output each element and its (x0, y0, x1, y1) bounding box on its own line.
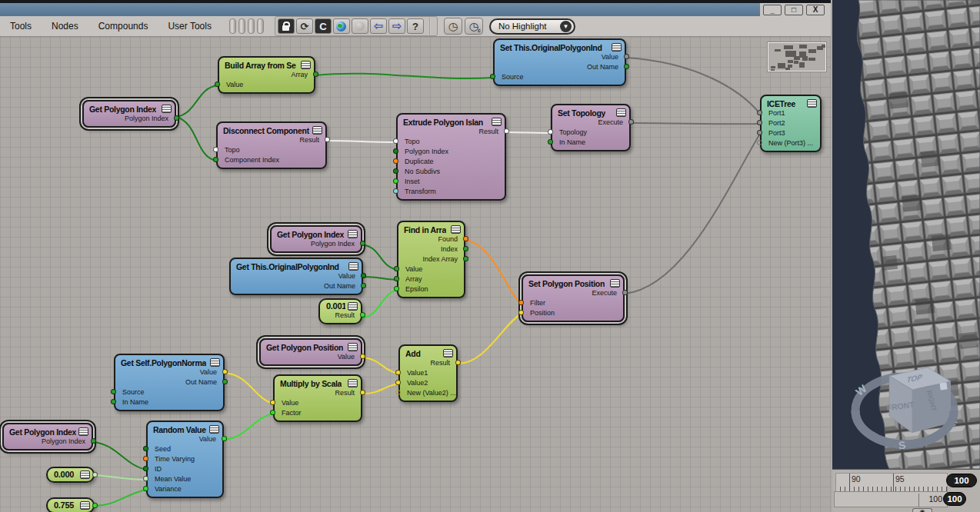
node-value-0001[interactable]: 0.001Result (318, 298, 362, 324)
port-dot[interactable] (394, 266, 399, 271)
port-dot[interactable] (757, 140, 762, 145)
node-get-polygon-index-3[interactable]: Get Polygon IndexPolygon Index (2, 423, 93, 450)
menu-item-compounds[interactable]: Compounds (88, 21, 158, 32)
port-index-array[interactable]: Index Array (398, 254, 464, 264)
maximize-button[interactable]: □ (785, 5, 803, 15)
port-dot[interactable] (222, 369, 228, 374)
port-value[interactable]: Value (261, 352, 361, 362)
port-dot[interactable] (548, 139, 553, 145)
port-dot[interactable] (174, 115, 179, 121)
port-array[interactable]: Array (398, 274, 464, 284)
port-dot[interactable] (360, 390, 365, 395)
port-dot[interactable] (91, 438, 96, 444)
port-topo[interactable]: Topo (218, 145, 325, 155)
port-dot[interactable] (313, 71, 318, 77)
node-graph-canvas[interactable]: Get Polygon IndexPolygon IndexBuild Arra… (0, 37, 831, 512)
port-dot[interactable] (143, 476, 148, 481)
port-dot[interactable] (624, 54, 629, 59)
node-menu-icon[interactable] (80, 501, 90, 510)
port-duplicate[interactable]: Duplicate (398, 157, 505, 167)
node-get-polygon-index-2[interactable]: Get Polygon IndexPolygon Index (270, 225, 362, 253)
window-title-bar[interactable] (0, 3, 760, 16)
port-port2[interactable]: Port2 (762, 118, 820, 128)
node-menu-icon[interactable] (348, 379, 358, 387)
port-dot[interactable] (624, 64, 629, 69)
port-found[interactable]: Found (398, 234, 464, 244)
menu-item-nodes[interactable]: Nodes (42, 21, 88, 32)
port-topo[interactable]: Topo (398, 137, 505, 147)
port-value[interactable]: Value (219, 80, 314, 90)
port-dot[interactable] (393, 188, 398, 194)
port-dot[interactable] (455, 360, 461, 365)
port-dot[interactable] (143, 466, 148, 471)
lock-icon[interactable] (278, 18, 295, 34)
node-disconnect-component[interactable]: Disconnect ComponentResultTopoComponent … (216, 121, 327, 169)
port-id[interactable]: ID (148, 464, 222, 474)
grip-handle[interactable] (238, 18, 245, 34)
node-menu-icon[interactable] (451, 225, 461, 234)
port-dot[interactable] (395, 370, 401, 375)
port-polygon-index[interactable]: Polygon Index (84, 114, 175, 124)
node-find-in-array[interactable]: Find in ArraFoundIndexIndex ArrayValueAr… (397, 221, 465, 298)
node-get-polygon-position[interactable]: Get Polygon PositionValue (259, 338, 362, 366)
port-dot[interactable] (393, 178, 398, 184)
port-dot[interactable] (215, 81, 220, 87)
port-out-name[interactable]: Out Name (231, 281, 362, 291)
node-multiply-by-scalar[interactable]: Multiply by ScalaResultValueFactor (273, 374, 362, 422)
node-menu-icon[interactable] (162, 105, 172, 113)
node-build-array-from-set[interactable]: Build Array from SeArrayValue (218, 56, 315, 94)
port-dot[interactable] (361, 283, 366, 288)
port-out-name[interactable]: Out Name (115, 377, 223, 387)
port-dot[interactable] (325, 137, 330, 142)
node-add[interactable]: AddResultValue1Value2New (Value2) ... (398, 344, 458, 402)
port-dot[interactable] (757, 130, 762, 135)
menu-item-tools[interactable]: Tools (0, 21, 42, 32)
timer-icon[interactable]: ◷ (444, 18, 462, 35)
port-dot[interactable] (490, 74, 495, 79)
node-set-topology[interactable]: Set TopologyExecuteTopologyIn Name (551, 104, 631, 151)
close-button[interactable]: X (806, 5, 825, 15)
port-value[interactable]: Value (275, 398, 361, 408)
port-dot[interactable] (143, 486, 148, 491)
port-dot[interactable] (394, 286, 399, 291)
node-menu-icon[interactable] (616, 108, 626, 117)
port-result[interactable]: Result (320, 311, 361, 321)
port-value2[interactable]: Value2 (400, 378, 456, 388)
port-dot[interactable] (143, 456, 148, 461)
node-menu-icon[interactable] (492, 118, 502, 126)
port-dot[interactable] (360, 241, 365, 246)
port-dot[interactable] (360, 312, 365, 318)
port-filter[interactable]: Filter (523, 298, 623, 308)
node-icetree[interactable]: ICETreePort1Port2Port3New (Port3) ... (760, 95, 822, 152)
node-get-self-polygonnormal[interactable]: Get Self.PolygonNormaValueOut NameSource… (114, 354, 225, 411)
port-in-name[interactable]: In Name (552, 138, 629, 148)
port-result[interactable]: Result (400, 358, 456, 368)
node-menu-icon[interactable] (348, 230, 358, 238)
node-menu-icon[interactable] (807, 99, 817, 108)
node-menu-icon[interactable] (312, 126, 322, 135)
current-frame-field[interactable]: 100 (943, 492, 966, 506)
node-menu-icon[interactable] (80, 470, 90, 479)
grip-handle[interactable] (257, 18, 264, 34)
port-dot[interactable] (270, 400, 275, 405)
port-value[interactable]: Value (398, 264, 464, 274)
navigator-minimap[interactable] (768, 42, 826, 71)
node-menu-icon[interactable] (78, 427, 88, 436)
port-out-name[interactable]: Out Name (495, 62, 625, 72)
grip-handle[interactable] (229, 18, 236, 34)
port-variance[interactable]: Variance (148, 484, 222, 494)
port-dot[interactable] (518, 300, 524, 305)
sphere-icon[interactable] (352, 18, 368, 34)
port-dot[interactable] (393, 168, 398, 174)
port-dot[interactable] (504, 128, 509, 134)
port-new-value2-[interactable]: New (Value2) ... (400, 388, 456, 398)
c-badge-icon[interactable]: C (315, 18, 332, 34)
port-dot[interactable] (463, 246, 468, 251)
port-dot[interactable] (518, 310, 524, 315)
node-menu-icon[interactable] (612, 43, 622, 52)
node-get-polygon-index-1[interactable]: Get Polygon IndexPolygon Index (82, 100, 176, 128)
port-transform[interactable]: Transform (398, 187, 505, 197)
port-0.000[interactable] (92, 472, 98, 477)
port-dot[interactable] (395, 380, 401, 385)
port-result[interactable]: Result (398, 127, 505, 137)
